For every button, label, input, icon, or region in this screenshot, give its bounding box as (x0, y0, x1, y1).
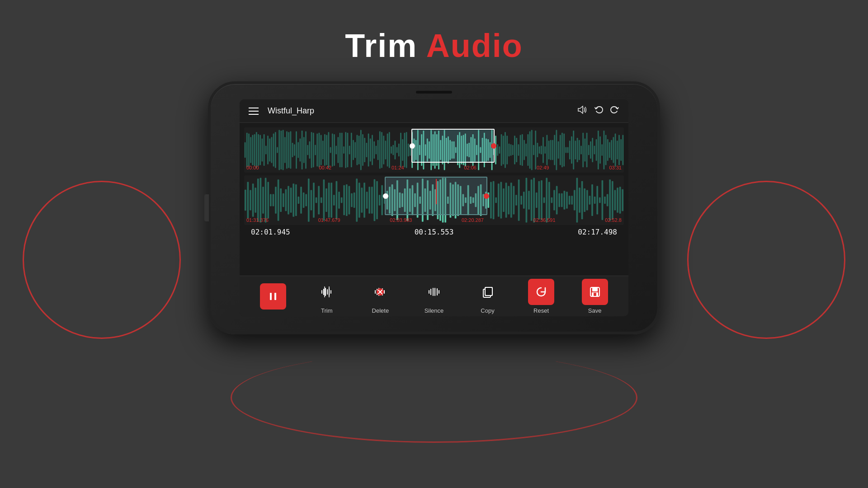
redo-icon[interactable] (610, 105, 619, 117)
save-button[interactable]: Save (579, 279, 611, 314)
svg-rect-83 (402, 139, 403, 161)
svg-rect-8 (259, 135, 261, 165)
svg-rect-352 (321, 290, 322, 294)
copy-button[interactable]: Copy (472, 279, 504, 314)
zoomed-selection-box[interactable] (385, 177, 487, 215)
delete-icon-wrap[interactable] (367, 279, 393, 305)
svg-rect-193 (611, 140, 612, 160)
svg-rect-179 (585, 139, 586, 162)
zoom-label-4: 02:36.591 (533, 217, 556, 223)
svg-rect-305 (510, 183, 512, 217)
svg-rect-11 (265, 145, 267, 154)
svg-rect-253 (379, 195, 381, 205)
svg-rect-220 (295, 184, 297, 216)
undo-icon[interactable] (594, 105, 603, 117)
phone-mockup: Wistful_Harp (208, 81, 660, 334)
overview-selection-box[interactable] (411, 129, 495, 163)
zoomed-left-handle[interactable] (383, 193, 388, 199)
delete-label: Delete (372, 307, 389, 314)
svg-rect-175 (577, 138, 578, 162)
svg-rect-316 (538, 181, 540, 220)
waveform-zoomed[interactable]: 01:31.376 01:47.679 02:03.983 02:20.287 … (244, 175, 624, 225)
time-start: 02:01.945 (251, 228, 290, 236)
svg-rect-135 (501, 134, 502, 166)
svg-rect-318 (543, 197, 545, 203)
svg-rect-327 (566, 192, 568, 209)
svg-rect-247 (363, 183, 365, 217)
phone-screen: Wistful_Harp (240, 99, 628, 316)
volume-icon[interactable] (577, 105, 587, 117)
svg-rect-57 (353, 140, 354, 160)
app-file-title: Wistful_Harp (268, 106, 577, 116)
waveform-section: 00:00 00:42 01:24 02:06 02:49 03:31 (240, 123, 628, 276)
waveform-overview[interactable]: 00:00 00:42 01:24 02:06 02:49 03:31 (244, 127, 624, 173)
svg-rect-139 (509, 144, 510, 157)
svg-rect-13 (269, 139, 270, 162)
svg-rect-336 (589, 196, 591, 205)
svg-rect-9 (262, 139, 263, 162)
svg-rect-51 (341, 133, 343, 167)
svg-rect-39 (319, 133, 320, 167)
svg-rect-136 (503, 136, 504, 164)
svg-rect-203 (252, 183, 254, 217)
svg-rect-79 (395, 141, 396, 159)
delete-button[interactable]: Delete (364, 279, 396, 314)
svg-rect-326 (564, 191, 566, 209)
reset-icon-wrap[interactable] (528, 279, 554, 305)
time-display-row: 02:01.945 00:15.553 02:17.498 (244, 225, 624, 239)
zoomed-right-handle[interactable] (484, 193, 489, 199)
svg-rect-148 (525, 144, 527, 157)
svg-rect-178 (582, 133, 584, 167)
svg-rect-77 (391, 146, 392, 154)
silence-icon-wrap[interactable] (421, 279, 447, 305)
svg-rect-245 (359, 183, 360, 217)
svg-rect-190 (605, 135, 607, 165)
svg-rect-63 (364, 138, 365, 162)
play-pause-button[interactable] (257, 283, 289, 310)
svg-rect-10 (264, 134, 265, 166)
trim-button[interactable]: Trim (311, 279, 343, 314)
svg-rect-334 (584, 188, 585, 212)
silence-button[interactable]: Silence (418, 279, 450, 314)
svg-rect-146 (522, 134, 523, 166)
reset-label: Reset (533, 307, 549, 314)
play-pause-icon-wrap[interactable] (260, 283, 286, 310)
svg-rect-184 (594, 145, 595, 154)
svg-rect-2 (248, 133, 250, 166)
timeline-label-4: 02:49 (537, 165, 549, 170)
svg-rect-348 (619, 187, 621, 213)
svg-rect-62 (362, 134, 363, 166)
svg-rect-204 (255, 188, 256, 213)
svg-rect-168 (563, 133, 565, 166)
svg-rect-50 (340, 133, 341, 167)
svg-rect-3 (250, 137, 251, 163)
svg-rect-376 (485, 287, 492, 296)
svg-rect-347 (617, 188, 618, 213)
hamburger-menu[interactable] (249, 108, 259, 115)
svg-rect-158 (544, 146, 546, 154)
svg-rect-320 (548, 182, 550, 219)
timeline-label-1: 00:42 (319, 165, 331, 170)
decorative-circle-right (687, 181, 845, 339)
copy-icon-wrap[interactable] (475, 279, 501, 305)
timeline-label-2: 01:24 (392, 165, 404, 170)
svg-rect-149 (528, 134, 529, 166)
svg-rect-4 (252, 135, 254, 165)
timeline-label-3: 02:06 (464, 165, 476, 170)
svg-rect-70 (377, 140, 379, 160)
svg-rect-46 (332, 133, 333, 166)
svg-rect-315 (536, 192, 538, 208)
svg-rect-138 (506, 136, 508, 164)
overview-right-handle[interactable] (491, 143, 496, 149)
overview-left-handle[interactable] (410, 143, 415, 149)
svg-rect-78 (392, 145, 394, 155)
svg-rect-21 (284, 137, 286, 163)
svg-rect-143 (516, 138, 517, 162)
save-icon-wrap[interactable] (582, 279, 608, 305)
svg-rect-345 (612, 181, 613, 220)
svg-rect-211 (273, 194, 274, 206)
svg-rect-26 (294, 144, 295, 156)
trim-icon-wrap[interactable] (314, 279, 340, 305)
reset-button[interactable]: Reset (525, 279, 557, 314)
svg-rect-322 (553, 190, 555, 211)
